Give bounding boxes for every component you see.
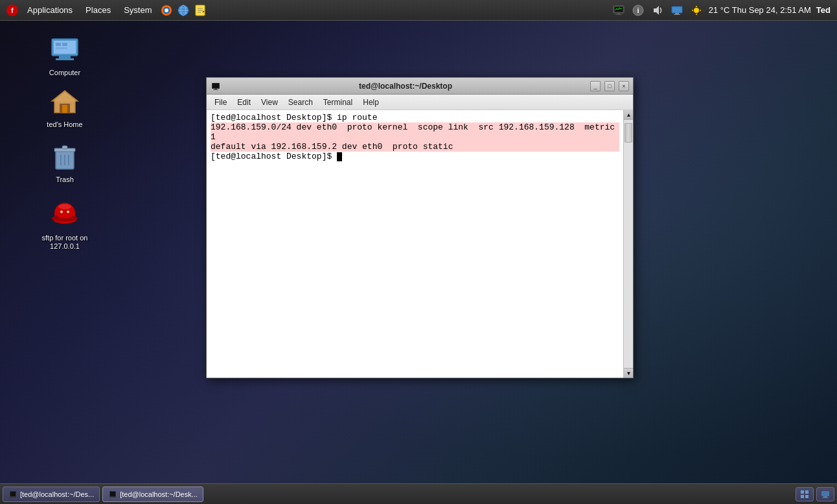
svg-rect-66 — [821, 491, 829, 496]
fedora-logo-icon[interactable]: f — [5, 3, 19, 17]
terminal-prompt-2: [ted@localhost Desktop]$ — [211, 152, 342, 161]
top-panel: f Applications Places System — [0, 0, 837, 21]
svg-rect-35 — [62, 43, 67, 46]
volume-icon[interactable] — [650, 3, 665, 17]
terminal-menu-search[interactable]: Search — [283, 97, 318, 108]
taskbar-item-term2[interactable]: [ted@localhost:~/Desk... — [102, 487, 203, 502]
terminal-prompt-1: [ted@localhost Desktop]$ ip route — [211, 113, 377, 122]
sftp-icon-label: sftp for root on 127.0.0.1 — [38, 234, 91, 251]
terminal-menu-file[interactable]: File — [209, 97, 232, 108]
taskbar-term1-icon — [8, 490, 17, 499]
taskbar-desktop-btn[interactable] — [816, 487, 834, 501]
svg-point-4 — [165, 8, 168, 12]
desktop-icon-home[interactable]: ted's Home — [39, 84, 91, 132]
info-icon[interactable]: i — [631, 3, 645, 17]
svg-rect-33 — [56, 58, 74, 60]
terminal-scrollbar[interactable]: ▲ ▼ — [623, 110, 633, 378]
sftp-icon-image — [49, 200, 80, 231]
terminal-minimize-btn[interactable]: _ — [590, 81, 601, 91]
svg-rect-64 — [801, 495, 804, 498]
svg-rect-63 — [805, 490, 808, 494]
system-menu[interactable]: System — [119, 3, 157, 17]
weather-icon — [689, 3, 704, 17]
panel-right: i — [605, 3, 837, 17]
svg-rect-68 — [822, 498, 829, 498]
taskbar-term2-label: [ted@localhost:~/Desk... — [120, 490, 198, 498]
svg-rect-32 — [59, 56, 71, 58]
svg-rect-55 — [212, 84, 219, 88]
svg-rect-24 — [674, 14, 680, 15]
firefox-icon[interactable] — [159, 3, 174, 17]
desktop-icon-trash[interactable]: Trash — [39, 139, 91, 187]
computer-icon-image — [49, 35, 80, 66]
terminal-title-icon — [211, 81, 221, 91]
svg-rect-57 — [213, 89, 218, 90]
svg-rect-18 — [615, 14, 622, 15]
terminal-menubar: File Edit View Search Terminal Help — [207, 95, 633, 110]
username-label: Ted — [816, 5, 831, 15]
svg-rect-67 — [823, 496, 827, 498]
svg-rect-23 — [675, 13, 679, 14]
scrollbar-thumb[interactable] — [625, 123, 632, 143]
terminal-output[interactable]: [ted@localhost Desktop]$ ip route 192.16… — [207, 110, 623, 378]
svg-point-51 — [58, 204, 71, 209]
text-editor-icon[interactable] — [193, 3, 207, 17]
terminal-titlebar: ted@localhost:~/Desktop _ □ × — [207, 78, 633, 95]
svg-rect-61 — [110, 492, 115, 496]
scrollbar-down-btn[interactable]: ▼ — [624, 368, 633, 378]
computer-icon-label: Computer — [49, 69, 80, 77]
desktop-icon-computer[interactable]: Computer — [39, 32, 91, 80]
svg-rect-65 — [805, 495, 808, 498]
terminal-body[interactable]: [ted@localhost Desktop]$ ip route 192.16… — [207, 110, 633, 378]
terminal-menu-edit[interactable]: Edit — [232, 97, 256, 108]
terminal-close-btn[interactable]: × — [619, 81, 629, 91]
svg-marker-21 — [654, 6, 659, 15]
svg-rect-36 — [56, 47, 67, 49]
network-icon[interactable] — [176, 3, 190, 17]
taskbar-term1-label: [ted@localhost:~/Des... — [20, 490, 94, 498]
svg-point-53 — [67, 211, 69, 213]
applications-menu[interactable]: Applications — [22, 3, 78, 17]
display-icon[interactable] — [670, 3, 684, 17]
desktop: f Applications Places System — [0, 0, 837, 504]
terminal-maximize-btn[interactable]: □ — [604, 81, 615, 91]
scrollbar-up-btn[interactable]: ▲ — [624, 110, 633, 120]
svg-text:i: i — [637, 6, 639, 14]
trash-icon-label: Trash — [56, 176, 74, 184]
home-icon-label: ted's Home — [47, 120, 82, 129]
svg-rect-62 — [801, 490, 804, 494]
taskbar-windows-btn[interactable] — [796, 487, 814, 501]
desktop-icon-sftp[interactable]: sftp for root on 127.0.0.1 — [36, 198, 94, 253]
home-icon-image — [49, 87, 80, 118]
svg-rect-34 — [56, 43, 61, 46]
terminal-title-text: ted@localhost:~/Desktop — [224, 82, 588, 91]
scrollbar-track[interactable] — [624, 120, 633, 368]
system-monitor-icon[interactable] — [612, 3, 626, 17]
svg-point-52 — [60, 211, 63, 213]
taskbar: [ted@localhost:~/Des... [ted@localhost:~… — [0, 483, 837, 504]
terminal-output-highlight: 192.168.159.0/24 dev eth0 proto kernel s… — [211, 122, 619, 152]
svg-rect-56 — [214, 89, 217, 89]
terminal-menu-view[interactable]: View — [256, 97, 283, 108]
trash-icon-image — [49, 142, 80, 173]
svg-rect-59 — [10, 492, 16, 496]
terminal-window: ted@localhost:~/Desktop _ □ × File Edit … — [206, 77, 634, 378]
places-menu[interactable]: Places — [80, 3, 116, 17]
taskbar-right — [796, 487, 834, 501]
terminal-menu-help[interactable]: Help — [358, 97, 384, 108]
svg-rect-17 — [617, 13, 620, 14]
terminal-menu-terminal[interactable]: Terminal — [318, 97, 358, 108]
svg-rect-22 — [672, 6, 682, 13]
svg-rect-39 — [62, 105, 67, 113]
svg-rect-43 — [62, 146, 67, 149]
taskbar-item-term1[interactable]: [ted@localhost:~/Des... — [3, 487, 100, 502]
panel-left: f Applications Places System — [0, 3, 212, 17]
datetime-label: 21 °C Thu Sep 24, 2:51 AM — [709, 5, 811, 15]
taskbar-term2-icon — [108, 490, 117, 499]
svg-point-25 — [694, 8, 699, 13]
